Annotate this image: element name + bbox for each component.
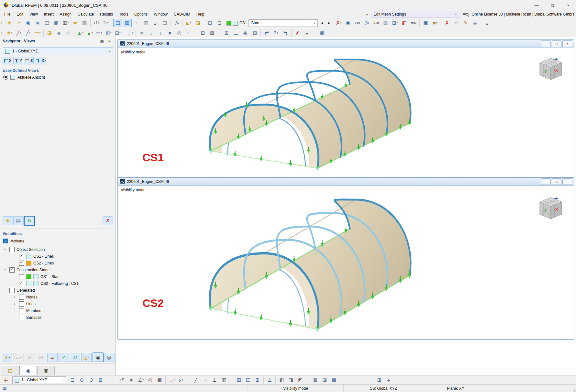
guide-objects-icon[interactable]: ◣▾ — [184, 19, 193, 27]
view-select[interactable]: 1 - Global XYZ ▾ — [3, 47, 113, 55]
navigation-cube[interactable]: -Y -X — [535, 194, 566, 221]
table-export-icon[interactable]: ⊞ — [253, 376, 262, 384]
menu-item-insert[interactable]: Insert — [41, 11, 57, 17]
new-imperfection-icon[interactable]: ≈ — [184, 29, 193, 37]
tree-expander-icon[interactable]: › — [3, 267, 7, 272]
walk-mode-icon[interactable]: ◎ — [146, 376, 155, 384]
zoom-window-icon[interactable]: ⊡ — [68, 376, 77, 384]
visibility-checkbox[interactable] — [9, 288, 15, 293]
edit-mode-icon[interactable]: ▣ — [318, 29, 327, 37]
visibility-checkbox[interactable] — [19, 281, 24, 286]
tab-camera-icon[interactable]: ▣ — [37, 366, 55, 376]
vis-item-lines[interactable]: ›Lines — [0, 300, 116, 307]
view-y-button[interactable]: Y — [13, 57, 23, 64]
task-close-icon[interactable]: × — [455, 12, 457, 17]
vis-item-generated[interactable]: ›Generated — [0, 287, 116, 294]
measure-icon[interactable]: ↔▾ — [167, 376, 176, 384]
viewport2-canvas[interactable]: Visibility mode — [118, 186, 574, 339]
structure-render-cs2[interactable] — [118, 186, 574, 339]
new-member-icon[interactable]: ╱▾ — [24, 29, 33, 37]
current-view-radio[interactable] — [3, 75, 8, 80]
vis-item-construction-stage[interactable]: ›Construction Stage — [0, 266, 116, 273]
stage-new-icon[interactable]: ⊞ — [205, 19, 215, 27]
move-copy-icon[interactable]: ⇄ — [262, 29, 271, 37]
show-loads-icon[interactable]: ◎ — [362, 19, 371, 27]
navigator-toggle-icon[interactable]: ▤ — [113, 19, 122, 27]
refresh-sync-icon[interactable]: ⇄ — [70, 353, 80, 362]
show-nodes-icon[interactable]: ∙ — [201, 376, 210, 384]
clipping-planes-icon[interactable]: ⊠ — [311, 376, 320, 384]
stage-previous-button[interactable]: ◀ — [319, 20, 325, 26]
menu-item-calculate[interactable]: Calculate — [75, 11, 97, 17]
ortho-mode-icon[interactable]: ⊥ — [231, 29, 240, 37]
new-rectangle-icon[interactable]: ▭▾ — [33, 29, 42, 37]
tree-expander-icon[interactable]: › — [12, 316, 17, 319]
edit-box-icon[interactable]: ✎ — [461, 19, 470, 27]
rotate-objects-icon[interactable]: ↻ — [271, 29, 281, 37]
vis-item-surfaces[interactable]: ›Surfaces — [0, 314, 116, 321]
camera-sync-icon[interactable]: ↻ — [24, 216, 35, 226]
new-printout-report-icon[interactable]: ★ — [71, 19, 80, 27]
section-box-icon[interactable]: ◪ — [320, 376, 329, 384]
dock-tables-icon[interactable]: ⊞ — [375, 376, 384, 384]
tab-views-navigator-icon[interactable]: ◉ — [19, 366, 37, 376]
menu-item-cadbim[interactable]: CAD-BIM — [171, 11, 193, 17]
delete-objects-icon[interactable]: ✗ — [293, 29, 302, 37]
visibility-checkbox[interactable] — [9, 267, 15, 273]
numbering-values-icon[interactable]: X.XX — [353, 19, 362, 27]
window-minimize-button[interactable]: — — [529, 0, 544, 11]
new-load-case-icon[interactable]: ★ — [137, 29, 146, 37]
overlap-views-icon[interactable]: ◫▾ — [81, 353, 92, 362]
visibility-checkbox[interactable] — [19, 308, 24, 313]
new-surface-load-icon[interactable]: ≡ — [165, 29, 174, 37]
new-nodal-support-icon[interactable]: ▲▾ — [76, 29, 85, 37]
mirror-objects-icon[interactable]: ⇆ — [281, 29, 290, 37]
vis-item-os1-lines[interactable]: OS1 - Lines — [0, 253, 116, 260]
vis-item-object-selection[interactable]: ›Object Selection — [0, 246, 116, 253]
view-x-button[interactable]: X — [3, 57, 12, 64]
save-copy-icon[interactable]: ▤ — [42, 19, 51, 27]
new-rigid-link-icon[interactable]: ⊞▾ — [113, 29, 122, 37]
structure-render-cs1[interactable] — [118, 48, 574, 177]
new-nodal-load-icon[interactable]: ↓ — [147, 29, 156, 37]
menu-item-file[interactable]: File — [1, 11, 13, 17]
visibility-checkbox[interactable] — [19, 254, 24, 259]
diagram-toggle-icon[interactable]: ≈ — [132, 19, 141, 27]
viewport2-restore-button[interactable]: □ — [552, 178, 561, 185]
select-all-check-icon[interactable]: ✓ — [59, 353, 69, 362]
work-grid-icon[interactable]: ▦ — [250, 29, 259, 37]
new-model-icon[interactable]: ★ — [5, 19, 14, 27]
redo-icon[interactable]: ↻▾ — [101, 19, 110, 27]
visibility-checkbox[interactable] — [19, 315, 24, 320]
detail-inspect-alt-icon[interactable]: ◎▾ — [105, 353, 115, 362]
panel-dock-icon[interactable]: ▣ — [98, 38, 105, 44]
new-member-load-icon[interactable]: ↓ — [156, 29, 165, 37]
visibility-checkbox[interactable] — [19, 301, 24, 307]
vis-item-members[interactable]: ›Members — [0, 307, 116, 314]
background-grid-icon[interactable]: ▩ — [329, 376, 338, 384]
tables-toggle-icon[interactable]: ▦ — [123, 19, 132, 27]
origin-axes-icon[interactable]: ┼ — [1, 376, 10, 384]
toolbar2-overflow-icon[interactable]: » — [302, 29, 311, 37]
open-model-icon[interactable]: ▱ — [14, 19, 23, 27]
save-current-view-icon[interactable]: ▣ — [155, 376, 164, 384]
show-axes-icon[interactable]: ⊥ — [210, 376, 219, 384]
resize-grip[interactable]: ◢ — [570, 385, 576, 392]
tree-expander-icon[interactable]: › — [3, 247, 7, 252]
viewport1-minimize-button[interactable]: — — [541, 40, 551, 47]
vis-item-cs2-following[interactable]: CS2 - Following : CS1 — [0, 280, 116, 287]
bottom-view-select[interactable]: 1 - Global XYZ ▾ — [12, 376, 66, 384]
menu-item-window[interactable]: Window — [151, 11, 171, 17]
previous-view-icon[interactable]: ↺ — [117, 376, 127, 384]
view-box-icon[interactable]: ◈ — [471, 19, 480, 27]
edit-mesh-settings-task[interactable]: Edit Mesh Settings × — [371, 11, 460, 18]
load-values-icon[interactable]: X.XX — [371, 19, 381, 27]
menu-item-assign[interactable]: Assign — [57, 11, 74, 17]
script-console-icon[interactable]: » — [151, 19, 160, 27]
render-wireframe-icon[interactable]: ◧ — [277, 376, 286, 384]
generate-mesh-icon[interactable]: ▦ — [208, 29, 217, 37]
tree-expander-icon[interactable]: › — [3, 288, 7, 293]
visibility-checkbox[interactable] — [19, 295, 24, 300]
task-expand-icon[interactable]: ▸ — [367, 13, 368, 16]
new-line-hinge-icon[interactable]: ◧▾ — [104, 29, 113, 37]
